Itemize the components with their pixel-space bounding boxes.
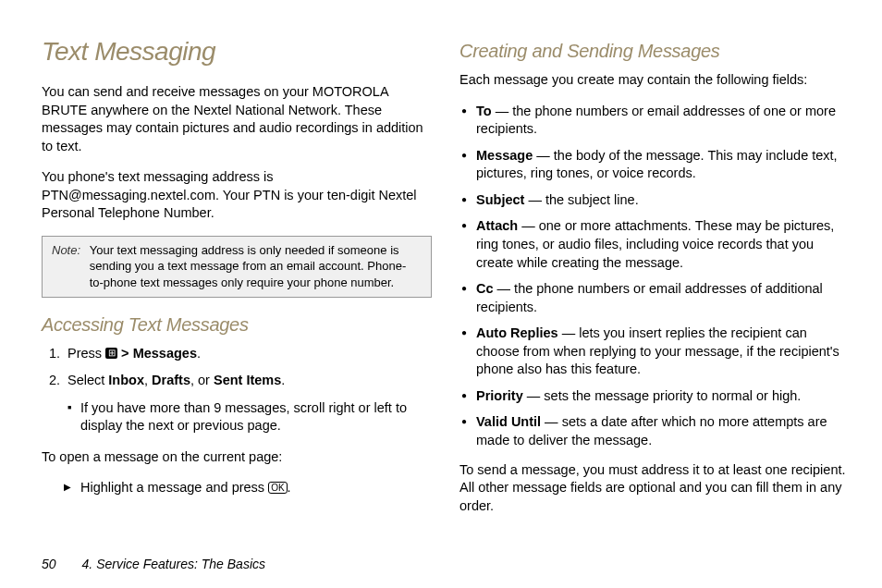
fields-list: To — the phone numbers or email addresse… [459, 103, 850, 450]
step-2: Select Inbox, Drafts, or Sent Items. [42, 372, 432, 390]
open-message-intro: To open a message on the current page: [42, 448, 432, 467]
inbox-label: Inbox [108, 373, 144, 387]
steps-list: Press > Messages. Select Inbox, Drafts, … [42, 345, 432, 390]
step-1: Press > Messages. [42, 345, 432, 363]
creating-closing: To send a message, you must address it t… [459, 461, 850, 516]
field-valid-until: Valid Until — sets a date after which no… [459, 413, 850, 449]
main-title: Text Messaging [42, 37, 432, 67]
section-creating-title: Creating and Sending Messages [459, 41, 850, 62]
open-message-action: Highlight a message and press OK. [42, 479, 432, 497]
page-number: 50 [42, 557, 56, 571]
page-content: Text Messaging You can send and receive … [0, 0, 882, 546]
field-auto-replies: Auto Replies — lets you insert replies t… [459, 325, 850, 379]
chapter-title: 4. Service Features: The Basics [82, 557, 265, 571]
section-accessing-title: Accessing Text Messages [42, 314, 432, 336]
intro-paragraph-1: You can send and receive messages on you… [42, 83, 432, 155]
note-label: Note: [52, 242, 80, 259]
messages-label: Messages [133, 346, 197, 361]
intro-paragraph-2: You phone's text messaging address is PT… [42, 168, 432, 223]
field-to: To — the phone numbers or email addresse… [459, 103, 850, 139]
menu-key-icon [105, 348, 117, 359]
drafts-label: Drafts [152, 373, 190, 387]
creating-intro: Each message you create may contain the … [459, 71, 850, 90]
left-column: Text Messaging You can send and receive … [42, 37, 432, 528]
step-2-sub: If you have more than 9 messages, scroll… [42, 399, 432, 435]
field-subject: Subject — the subject line. [459, 191, 850, 210]
page-footer: 504. Service Features: The Basics [42, 557, 265, 571]
sent-items-label: Sent Items [214, 373, 281, 387]
field-attach: Attach — one or more attachments. These … [459, 217, 850, 272]
note-body: Your text messaging address is only need… [84, 242, 410, 291]
field-cc: Cc — the phone numbers or email addresse… [459, 280, 850, 316]
note-callout: Note: Your text messaging address is onl… [42, 236, 432, 298]
field-message: Message — the body of the message. This … [459, 147, 850, 183]
ok-key-icon: OK [268, 482, 287, 494]
right-column: Creating and Sending Messages Each messa… [459, 37, 850, 528]
field-priority: Priority — sets the message priority to … [459, 387, 850, 406]
